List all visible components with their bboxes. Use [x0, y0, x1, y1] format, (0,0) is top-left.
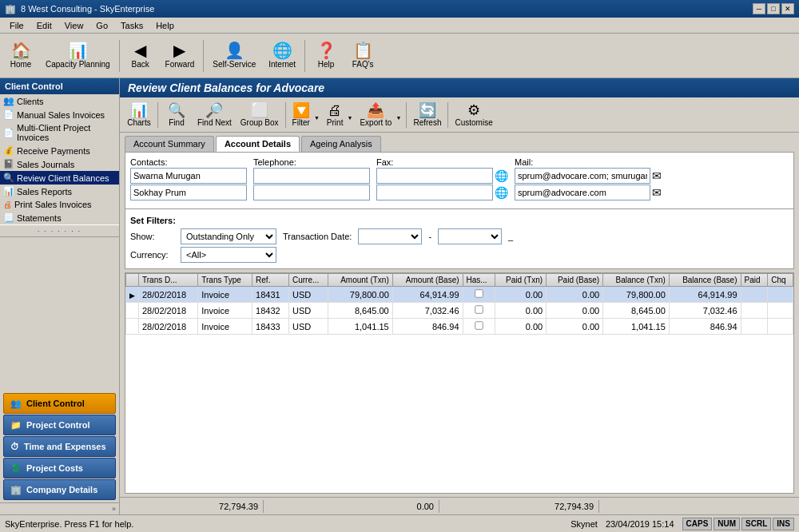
self-service-icon: 👤 — [225, 42, 244, 58]
cell-has[interactable] — [463, 303, 495, 319]
group-box-button[interactable]: ⬜ Group Box — [237, 99, 283, 131]
capacity-planning-button[interactable]: 📊 Capacity Planning — [40, 36, 116, 76]
col-paid-flag[interactable]: Paid — [741, 274, 768, 287]
export-icon: 📤 — [367, 103, 384, 117]
help-button[interactable]: ❓ Help — [308, 36, 344, 76]
tab-account-summary[interactable]: Account Summary — [125, 136, 214, 152]
currency-label: Currency: — [130, 250, 174, 260]
table-row[interactable]: 28/02/2018 Invoice 18433 USD 1,041.15 84… — [126, 319, 793, 335]
sidebar-item-receive-payments[interactable]: 💰 Receive Payments — [0, 144, 119, 157]
sidebar-item-print-sales[interactable]: 🖨 Print Sales Invoices — [0, 198, 119, 211]
internet-button[interactable]: 🌐 Internet — [263, 36, 301, 76]
col-currency[interactable]: Curre... — [288, 274, 328, 287]
sidebar-item-manual-sales[interactable]: 📄 Manual Sales Invoices — [0, 108, 119, 121]
nav-time-expenses[interactable]: ⏱ Time and Expenses — [3, 436, 116, 457]
sidebar-item-clients[interactable]: 👥 Clients — [0, 94, 119, 108]
col-chq[interactable]: Chq — [768, 274, 793, 287]
sidebar-item-multi-client[interactable]: 📄 Multi-Client Project Invoices — [0, 121, 119, 144]
col-paid-base[interactable]: Paid (Base) — [547, 274, 603, 287]
col-trans-date[interactable]: Trans D... — [139, 274, 198, 287]
table-container[interactable]: Trans D... Trans Type Ref. Curre... Amou… — [125, 272, 794, 494]
customise-button[interactable]: ⚙ Customise — [451, 99, 496, 131]
nav-client-control[interactable]: 👥 Client Control — [3, 393, 116, 414]
sidebar-item-sales-reports[interactable]: 📊 Sales Reports — [0, 185, 119, 198]
row-arrow-cell — [126, 319, 139, 335]
cell-has[interactable] — [463, 319, 495, 335]
show-select[interactable]: Outstanding Only All — [181, 228, 276, 244]
print-dropdown-arrow: ▼ — [347, 115, 352, 121]
filter-dropdown-arrow: ▼ — [314, 115, 320, 121]
cell-has[interactable] — [463, 287, 495, 303]
cell-paid-flag — [741, 287, 768, 303]
sidebar-item-sales-journals[interactable]: 📓 Sales Journals — [0, 157, 119, 171]
table-row[interactable]: ▶ 28/02/2018 Invoice 18431 USD 79,800.00… — [126, 287, 793, 303]
sidebar-item-review-client[interactable]: 🔍 Review Client Balances — [0, 171, 119, 185]
content-area: Review Client Balances for Advocare 📊 Ch… — [120, 78, 799, 514]
has-checkbox[interactable] — [475, 321, 483, 329]
menu-go[interactable]: Go — [89, 19, 114, 32]
maximize-button[interactable]: □ — [767, 3, 780, 14]
telephone1-input[interactable] — [253, 168, 370, 184]
has-checkbox[interactable] — [475, 305, 483, 313]
mail1-btn[interactable]: ✉ — [652, 169, 662, 182]
fax2-icon[interactable]: 🌐 — [495, 186, 508, 199]
menu-view[interactable]: View — [58, 19, 90, 32]
forward-button[interactable]: ▶ Forward — [160, 36, 201, 76]
date-from-select[interactable] — [358, 228, 422, 244]
sidebar-expand-arrow[interactable]: » — [112, 505, 116, 513]
contact1-input[interactable] — [130, 168, 247, 184]
fax1-input[interactable] — [376, 168, 493, 184]
menu-tasks[interactable]: Tasks — [114, 19, 149, 32]
export-button[interactable]: 📤 Export to ▼ — [356, 99, 403, 131]
faqs-button[interactable]: 📋 FAQ's — [345, 36, 380, 76]
currency-select[interactable]: <All> USD — [181, 247, 276, 263]
telephone2-input[interactable] — [253, 185, 370, 200]
nav-company-details[interactable]: 🏢 Company Details — [3, 479, 116, 500]
tab-account-details[interactable]: Account Details — [216, 136, 300, 152]
fax2-input[interactable] — [376, 185, 493, 200]
filter-button[interactable]: 🔽 Filter ▼ — [288, 99, 322, 131]
find-next-button[interactable]: 🔎 Find Next — [193, 99, 236, 131]
nav-project-costs[interactable]: 💲 Project Costs — [3, 458, 116, 478]
col-amount-base[interactable]: Amount (Base) — [392, 274, 463, 287]
tab-ageing-analysis[interactable]: Ageing Analysis — [301, 136, 381, 152]
self-service-button[interactable]: 👤 Self-Service — [207, 36, 261, 76]
contact2-input[interactable] — [130, 185, 247, 200]
mail-label: Mail: — [515, 157, 662, 167]
print-button[interactable]: 🖨 Print ▼ — [323, 99, 356, 131]
charts-button[interactable]: 📊 Charts — [123, 99, 155, 131]
col-trans-type[interactable]: Trans Type — [198, 274, 252, 287]
col-has[interactable]: Has... — [463, 274, 495, 287]
mail1-input[interactable] — [515, 168, 650, 184]
has-checkbox[interactable] — [475, 289, 483, 297]
menu-help[interactable]: Help — [149, 19, 181, 32]
menu-file[interactable]: File — [3, 19, 30, 32]
fax1-icon[interactable]: 🌐 — [495, 169, 508, 182]
mail2-btn[interactable]: ✉ — [652, 186, 662, 199]
sidebar-scroll[interactable]: · · · · · · · — [0, 224, 119, 237]
status-bar: SkyEnterprise. Press F1 for help. Skynet… — [0, 514, 799, 532]
sidebar-item-statements[interactable]: 📃 Statements — [0, 211, 119, 224]
col-balance-base[interactable]: Balance (Base) — [669, 274, 741, 287]
footer-balance-txn: 72,794.39 — [439, 500, 599, 513]
find-button[interactable]: 🔍 Find — [161, 99, 193, 131]
mail2-input[interactable] — [515, 185, 650, 200]
refresh-button[interactable]: 🔄 Refresh — [409, 99, 445, 131]
nav-client-control-icon: 👥 — [10, 399, 22, 409]
table-row[interactable]: 28/02/2018 Invoice 18432 USD 8,645.00 7,… — [126, 303, 793, 319]
close-button[interactable]: ✕ — [781, 3, 794, 14]
col-ref[interactable]: Ref. — [252, 274, 289, 287]
review-client-icon: 🔍 — [3, 173, 14, 183]
back-button[interactable]: ◀ Back — [123, 36, 158, 76]
col-amount-txn[interactable]: Amount (Txn) — [328, 274, 393, 287]
title-bar: 🏢 8 West Consulting - SkyEnterprise ─ □ … — [0, 0, 799, 18]
cell-ref: 18433 — [252, 319, 289, 335]
col-paid-txn[interactable]: Paid (Txn) — [495, 274, 547, 287]
nav-project-control[interactable]: 📁 Project Control — [3, 415, 116, 435]
menu-edit[interactable]: Edit — [30, 19, 58, 32]
col-balance-txn[interactable]: Balance (Txn) — [603, 274, 670, 287]
date-to-select[interactable] — [438, 228, 502, 244]
footer-amount-txn: 72,794.39 — [120, 500, 264, 513]
home-button[interactable]: 🏠 Home — [3, 36, 38, 76]
minimize-button[interactable]: ─ — [753, 3, 765, 14]
